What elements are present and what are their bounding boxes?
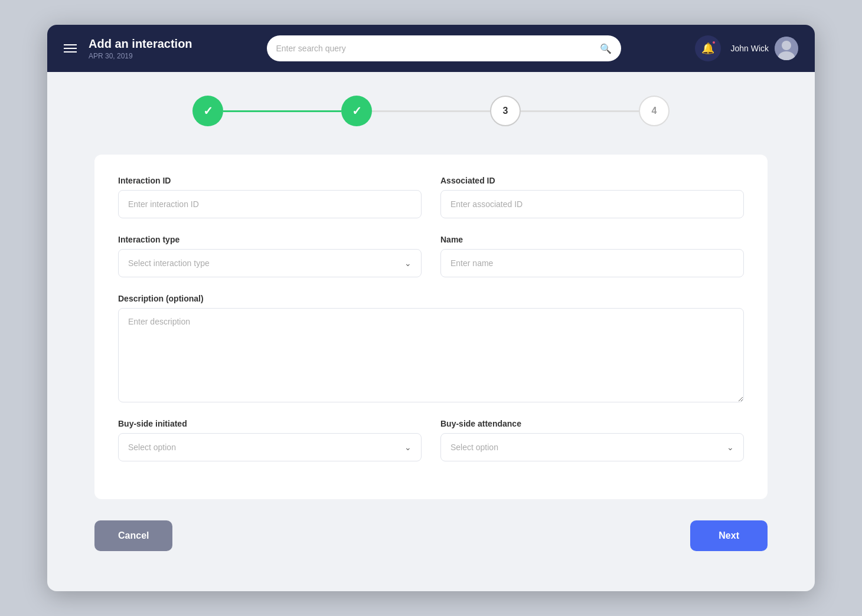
buy-side-initiated-placeholder: Select option	[128, 443, 176, 452]
page-title: Add an interaction	[89, 37, 192, 51]
main-content: ✓ ✓ 3 4 Interaction ID	[47, 72, 815, 591]
interaction-type-group: Interaction type Select interaction type…	[118, 235, 422, 277]
step-line-3	[521, 110, 639, 112]
search-bar-wrapper: 🔍	[204, 35, 684, 61]
step-4: 4	[639, 96, 670, 126]
menu-icon[interactable]	[64, 44, 77, 53]
name-label: Name	[440, 235, 744, 244]
search-icon: 🔍	[600, 43, 612, 54]
step-1: ✓	[192, 96, 223, 126]
step-3-label: 3	[503, 106, 508, 116]
form-section: Interaction ID Associated ID Interaction…	[94, 155, 768, 499]
user-name: John Wick	[730, 44, 769, 53]
description-textarea[interactable]	[118, 308, 744, 402]
buy-side-attendance-select[interactable]: Select option ⌄	[440, 433, 744, 461]
header-right: 🔔 John Wick	[695, 35, 798, 61]
user-info: John Wick	[730, 37, 798, 60]
header-title-block: Add an interaction APR 30, 2019	[89, 37, 192, 60]
buy-side-initiated-label: Buy-side initiated	[118, 419, 422, 428]
associated-id-label: Associated ID	[440, 176, 744, 185]
stepper: ✓ ✓ 3 4	[94, 96, 768, 126]
interaction-id-input[interactable]	[118, 190, 422, 218]
step-1-check: ✓	[203, 104, 213, 118]
interaction-id-group: Interaction ID	[118, 176, 422, 218]
app-window: Add an interaction APR 30, 2019 🔍 🔔 John…	[47, 25, 815, 591]
step-2-check: ✓	[352, 104, 362, 118]
buy-side-attendance-placeholder: Select option	[450, 443, 498, 452]
cancel-button[interactable]: Cancel	[94, 520, 172, 551]
search-bar: 🔍	[267, 35, 621, 61]
page-subtitle: APR 30, 2019	[89, 52, 192, 60]
buy-side-initiated-select[interactable]: Select option ⌄	[118, 433, 422, 461]
notification-dot	[711, 40, 716, 45]
description-group: Description (optional)	[118, 294, 744, 402]
chevron-down-icon-3: ⌄	[727, 443, 734, 452]
step-2: ✓	[341, 96, 372, 126]
form-row-2: Interaction type Select interaction type…	[118, 235, 744, 277]
step-4-label: 4	[652, 106, 657, 116]
avatar	[775, 37, 798, 60]
interaction-type-select[interactable]: Select interaction type ⌄	[118, 249, 422, 277]
step-3: 3	[490, 96, 521, 126]
svg-point-1	[782, 41, 791, 50]
footer-actions: Cancel Next	[94, 520, 768, 551]
associated-id-group: Associated ID	[440, 176, 744, 218]
header: Add an interaction APR 30, 2019 🔍 🔔 John…	[47, 25, 815, 72]
avatar-placeholder	[775, 37, 798, 60]
step-line-1	[223, 110, 341, 112]
notification-button[interactable]: 🔔	[695, 35, 721, 61]
associated-id-input[interactable]	[440, 190, 744, 218]
description-label: Description (optional)	[118, 294, 744, 303]
next-button[interactable]: Next	[690, 520, 768, 551]
interaction-type-placeholder: Select interaction type	[128, 258, 210, 268]
search-input[interactable]	[276, 44, 594, 53]
form-row-3: Description (optional)	[118, 294, 744, 402]
form-row-1: Interaction ID Associated ID	[118, 176, 744, 218]
chevron-down-icon: ⌄	[404, 258, 412, 268]
buy-side-attendance-group: Buy-side attendance Select option ⌄	[440, 419, 744, 461]
chevron-down-icon-2: ⌄	[404, 443, 412, 452]
interaction-id-label: Interaction ID	[118, 176, 422, 185]
interaction-type-label: Interaction type	[118, 235, 422, 244]
name-input[interactable]	[440, 249, 744, 277]
form-row-4: Buy-side initiated Select option ⌄ Buy-s…	[118, 419, 744, 461]
name-group: Name	[440, 235, 744, 277]
step-line-2	[372, 110, 490, 112]
buy-side-initiated-group: Buy-side initiated Select option ⌄	[118, 419, 422, 461]
buy-side-attendance-label: Buy-side attendance	[440, 419, 744, 428]
